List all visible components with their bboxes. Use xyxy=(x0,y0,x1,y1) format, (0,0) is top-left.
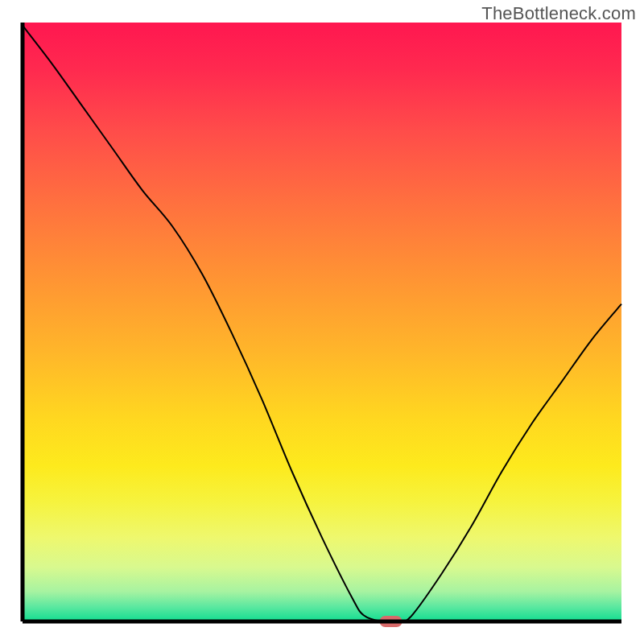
watermark-text: TheBottleneck.com xyxy=(481,3,636,24)
chart-container: TheBottleneck.com xyxy=(0,0,644,644)
bottleneck-chart xyxy=(0,0,644,644)
gradient-background xyxy=(23,23,621,621)
